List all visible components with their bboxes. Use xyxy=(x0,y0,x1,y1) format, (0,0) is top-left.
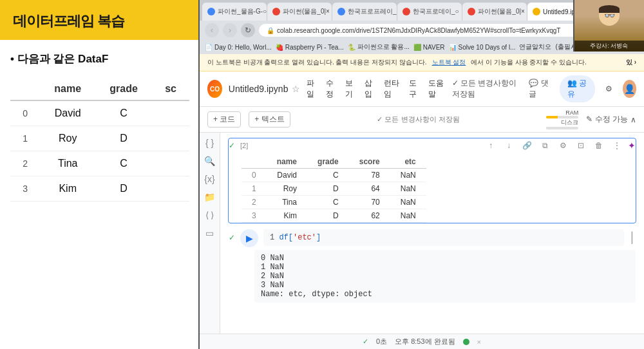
settings-cell-icon[interactable]: ⚙ xyxy=(556,138,570,153)
table-cell: D xyxy=(95,176,152,202)
menu-view[interactable]: 보기 xyxy=(345,78,357,100)
bookmark-solve[interactable]: 📊 Solve 10 Days of l... xyxy=(449,44,516,51)
table-cell: 1 xyxy=(10,126,40,151)
add-text-button[interactable]: + 텍스트 xyxy=(249,111,290,127)
user-avatar[interactable]: 👤 xyxy=(623,80,636,98)
bookmark-2[interactable]: 🍓 Raspberry Pi - Tea... xyxy=(276,44,344,51)
menu-tools[interactable]: 도구 xyxy=(409,78,421,100)
cursor-icon: │ xyxy=(629,232,636,243)
table-cell xyxy=(152,176,189,202)
move-up-icon[interactable]: ↑ xyxy=(484,138,498,153)
bookmark-naver[interactable]: 🟩 NAVER xyxy=(413,44,445,51)
tab-korea2[interactable]: 한국프로데이_○ xyxy=(397,3,462,21)
table-cell: Tina xyxy=(267,196,307,209)
move-down-icon[interactable]: ↓ xyxy=(502,138,516,153)
table-cell: Kim xyxy=(267,209,307,223)
colab-content: CO Untitled9.ipynb ☆ 파일 수정 보기 삽입 런타임 도구 … xyxy=(200,71,644,349)
cell-1-output: name grade score etc 0DavidC78NaN1RoyD64… xyxy=(242,155,636,223)
cell-sidebar: { } 🔍 {x} 📁 ⟨ ⟩ ▭ xyxy=(200,133,220,334)
output-line: 3 NaN xyxy=(261,281,629,290)
table-cell: 1 xyxy=(242,182,267,196)
table-cell: 2 xyxy=(10,151,40,176)
table-cell: David xyxy=(40,100,95,126)
sidebar-var-icon[interactable]: {x} xyxy=(204,174,214,184)
expand-icon[interactable]: ⊡ xyxy=(574,138,588,153)
close-status-icon[interactable]: × xyxy=(477,338,481,346)
menu-file[interactable]: 파일 xyxy=(307,78,318,100)
run-button-2[interactable]: ▶ xyxy=(240,229,258,247)
info-banner: 이 노트북은 비공개 출력으로 열려 있습니다. 출력 내용은 저장되지 않습니… xyxy=(200,54,644,71)
webcam-label: 주강사: 서병숙 xyxy=(574,41,644,52)
table-cell: 70 xyxy=(349,196,390,209)
table-cell: Tina xyxy=(40,151,95,176)
menu-help[interactable]: 도움말 xyxy=(428,78,446,100)
table-cell: 3 xyxy=(242,209,267,223)
menu-edit[interactable]: 수정 xyxy=(326,78,337,100)
reload-button[interactable]: ↻ xyxy=(241,23,255,37)
table-cell: 62 xyxy=(349,209,390,223)
colab-menus: 파일 수정 보기 삽입 런타임 도구 도움말 xyxy=(307,78,445,100)
table-cell: C xyxy=(307,196,349,209)
link-icon[interactable]: 🔗 xyxy=(520,138,534,153)
status-dot xyxy=(463,339,469,345)
copy-icon[interactable]: ⧉ xyxy=(538,138,552,153)
tab-python1[interactable]: 파이썬_물음-G-○ × xyxy=(202,3,267,21)
slide-content: • 다음과 같은 DataF name grade sc 0DavidC1Roy… xyxy=(0,40,200,349)
output-line: Name: etc, dtype: object xyxy=(261,290,629,299)
delete-icon[interactable]: 🗑 xyxy=(592,138,606,153)
save-check: ✓ 모든 변경사항이 저장됨 xyxy=(298,115,539,124)
code-content-2[interactable]: 1 df['etc'] xyxy=(263,229,624,246)
more-icon[interactable]: ⋮ xyxy=(610,138,624,153)
output-line: 1 NaN xyxy=(261,263,629,272)
notebook-settings-link[interactable]: 노트북 설정 xyxy=(432,58,466,67)
edit-mode-button[interactable]: ✎ 수정 가능 ∧ xyxy=(586,114,636,125)
col-name: name xyxy=(40,78,95,100)
webcam-panel: 👓 주강사: 서병숙 xyxy=(573,0,644,52)
colab-filename: Untitled9.ipynb ☆ xyxy=(229,84,301,94)
address-bar[interactable]: 🔒 colab.research.google.com/drive/1ST2N6… xyxy=(259,24,587,37)
ram-indicator: RAM 디스크 xyxy=(546,109,578,129)
col-grade: grade xyxy=(95,78,152,100)
sidebar-search-icon[interactable]: 🔍 xyxy=(204,156,215,166)
status-bar: ✓ 0초 오후 8:53에 완료됨 × xyxy=(200,334,644,349)
cell-1-num: [2] xyxy=(240,142,260,149)
output-line: 0 NaN xyxy=(261,254,629,263)
menu-insert[interactable]: 삽입 xyxy=(365,78,376,100)
settings-button[interactable]: ⚙ xyxy=(600,82,618,96)
sidebar-files-icon[interactable]: 📁 xyxy=(204,192,215,202)
cell-2: ✓ ▶ 1 df['etc'] │ 0 NaN1 NaN2 NaN3 NaNNa… xyxy=(228,229,636,303)
comment-button[interactable]: 💬 댓글 xyxy=(524,75,554,102)
bookmark-1[interactable]: 📄 Day 0: Hello, Worl... xyxy=(205,44,272,51)
colab-logo: CO xyxy=(207,80,222,98)
table-cell: Kim xyxy=(40,176,95,202)
disk-bar xyxy=(546,127,578,129)
table-cell xyxy=(152,151,189,176)
forward-button[interactable]: › xyxy=(223,23,237,37)
table-cell: Roy xyxy=(267,182,307,196)
favorite-icon[interactable]: ☆ xyxy=(292,84,300,94)
tab-korea1[interactable]: 한국프로프레이_○ xyxy=(332,3,397,21)
sidebar-expand-icon[interactable]: ⟨ ⟩ xyxy=(205,210,214,220)
person-hair xyxy=(599,5,620,13)
table-cell: 2 xyxy=(242,196,267,209)
table-cell: 0 xyxy=(242,169,267,182)
bookmark-5[interactable]: 연글알치오 xyxy=(519,42,551,52)
col-sc: sc xyxy=(152,78,189,100)
cell-1: ✓ [2] ↑ ↓ 🔗 ⧉ ⚙ ⊡ 🗑 ⋮ ✦ xyxy=(228,138,636,223)
table-cell: NaN xyxy=(390,196,426,209)
sidebar-terminal-icon[interactable]: ▭ xyxy=(205,228,214,238)
bookmark-3[interactable]: 🐍 파이썬으로 활용... xyxy=(348,42,410,52)
colab-right: ✓ 모든 변경사항이 저장됨 💬 댓글 👥 공유 ⚙ 👤 xyxy=(452,75,637,102)
tab-python3[interactable]: 파이썬(물음_0|× xyxy=(462,3,527,21)
sidebar-code-icon[interactable]: { } xyxy=(205,138,214,148)
back-button[interactable]: ‹ xyxy=(205,23,219,37)
tab-python2[interactable]: 파이썬(물음_0|× xyxy=(267,3,332,21)
add-code-button[interactable]: + 코드 xyxy=(207,111,241,127)
banner-dismiss[interactable]: 있 › xyxy=(626,58,636,67)
table-cell: D xyxy=(307,209,349,223)
table-cell: David xyxy=(267,169,307,182)
menu-runtime[interactable]: 런타임 xyxy=(384,78,401,100)
magic-wand-icon[interactable]: ✦ xyxy=(628,140,636,151)
table-cell: 78 xyxy=(349,169,390,182)
share-button[interactable]: 👥 공유 xyxy=(560,75,595,102)
